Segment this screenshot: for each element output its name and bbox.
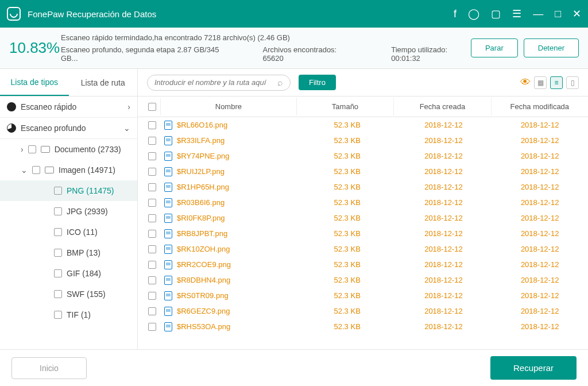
row-checkbox[interactable] (148, 276, 156, 284)
file-size: 52.3 KB (299, 167, 396, 176)
tree-tif[interactable]: TIF (1) (0, 304, 137, 325)
preview-toggle-icon[interactable]: 👁 (520, 76, 531, 88)
checkbox[interactable] (32, 166, 40, 174)
tree-documento[interactable]: › Documento (2733) (0, 139, 137, 160)
file-icon (164, 214, 172, 223)
row-checkbox[interactable] (148, 152, 156, 160)
minimize-icon[interactable]: — (533, 8, 543, 20)
table-row[interactable]: $R8DBHN4.png52.3 KB2018-12-122018-12-12 (138, 272, 588, 288)
checkbox[interactable] (54, 249, 62, 257)
table-row[interactable]: $RI0FK8P.png52.3 KB2018-12-122018-12-12 (138, 210, 588, 226)
file-modified: 2018-12-12 (492, 198, 588, 207)
file-modified: 2018-12-12 (492, 136, 588, 145)
filter-button[interactable]: Filtro (299, 75, 336, 90)
row-checkbox[interactable] (148, 137, 156, 145)
row-checkbox[interactable] (148, 323, 156, 331)
document-icon (41, 146, 50, 153)
table-row[interactable]: $RS0TR09.png52.3 KB2018-12-122018-12-12 (138, 288, 588, 303)
tree-gif[interactable]: GIF (184) (0, 263, 137, 284)
file-list[interactable]: $RL66O16.png52.3 KB2018-12-122018-12-12$… (138, 117, 588, 349)
file-size: 52.3 KB (299, 183, 396, 191)
recover-button[interactable]: Recuperar (490, 356, 577, 380)
chevron-down-icon: ⌄ (21, 165, 28, 175)
file-created: 2018-12-12 (396, 229, 492, 238)
checkbox[interactable] (54, 187, 62, 195)
checkbox[interactable] (54, 311, 62, 319)
table-row[interactable]: $RL66O16.png52.3 KB2018-12-122018-12-12 (138, 117, 588, 133)
table-row[interactable]: $R33ILFA.png52.3 KB2018-12-122018-12-12 (138, 133, 588, 148)
help-icon[interactable]: ◯ (468, 7, 479, 20)
table-row[interactable]: $R6GEZC9.png52.3 KB2018-12-122018-12-12 (138, 303, 588, 319)
tree-jpg[interactable]: JPG (2939) (0, 201, 137, 222)
file-name: $R33ILFA.png (177, 136, 225, 145)
file-icon (164, 260, 172, 269)
row-checkbox[interactable] (148, 214, 156, 222)
col-size[interactable]: Tamaño (297, 98, 394, 115)
file-modified: 2018-12-12 (492, 260, 588, 269)
file-icon (164, 167, 172, 176)
checkbox[interactable] (28, 145, 36, 153)
checkbox[interactable] (54, 228, 62, 236)
checkbox[interactable] (54, 207, 62, 215)
file-size: 52.3 KB (299, 214, 396, 222)
checkbox[interactable] (54, 269, 62, 277)
row-checkbox[interactable] (148, 261, 156, 269)
save-icon[interactable]: ▢ (491, 7, 501, 20)
tab-path[interactable]: Lista de ruta (69, 69, 138, 96)
titlebar: FonePaw Recuperación de Datos f ◯ ▢ ☰ — … (0, 0, 588, 28)
row-checkbox[interactable] (148, 307, 156, 315)
file-created: 2018-12-12 (396, 121, 492, 129)
menu-icon[interactable]: ☰ (512, 7, 521, 20)
scan-deep-status: Escaneo profundo, segunda etapa 2.87 GB/… (61, 45, 223, 63)
row-checkbox[interactable] (148, 292, 156, 300)
maximize-icon[interactable]: □ (555, 8, 561, 20)
table-row[interactable]: $RY74PNE.png52.3 KB2018-12-122018-12-12 (138, 148, 588, 164)
file-name: $RHS53OA.png (177, 322, 230, 331)
col-created[interactable]: Fecha creada (394, 98, 491, 115)
home-button[interactable]: Inicio (11, 357, 87, 379)
search-box[interactable]: ⌕ (147, 75, 291, 91)
table-row[interactable]: $R1HP65H.png52.3 KB2018-12-122018-12-12 (138, 179, 588, 195)
tree-png[interactable]: PNG (11475) (0, 180, 137, 201)
status-bar: 10.83% Escaneo rápido termindado,ha enco… (0, 28, 588, 69)
close-icon[interactable]: ✕ (572, 7, 581, 20)
search-input[interactable] (154, 78, 277, 87)
tree-quick-scan[interactable]: Escaneo rápido › (0, 96, 137, 118)
table-row[interactable]: $RHS53OA.png52.3 KB2018-12-122018-12-12 (138, 319, 588, 334)
tree-bmp[interactable]: BMP (13) (0, 242, 137, 263)
row-checkbox[interactable] (148, 230, 156, 238)
row-checkbox[interactable] (148, 183, 156, 191)
view-grid-icon[interactable]: ▦ (534, 76, 547, 89)
tree-swf[interactable]: SWF (155) (0, 284, 137, 304)
col-name[interactable]: Nombre (161, 98, 297, 115)
checkbox[interactable] (54, 290, 62, 298)
file-name: $RR2COE9.png (177, 260, 231, 269)
row-checkbox[interactable] (148, 199, 156, 207)
select-all-checkbox[interactable] (148, 103, 156, 111)
tree-imagen[interactable]: ⌄ Imagen (14971) (0, 160, 137, 180)
table-row[interactable]: $RB8JPBT.png52.3 KB2018-12-122018-12-12 (138, 226, 588, 241)
tree-ico[interactable]: ICO (11) (0, 222, 137, 242)
file-created: 2018-12-12 (396, 214, 492, 222)
table-row[interactable]: $R03B6I6.png52.3 KB2018-12-122018-12-12 (138, 195, 588, 210)
tree-deep-scan[interactable]: Escaneo profundo ⌄ (0, 118, 137, 139)
sidebar: Lista de tipos Lista de ruta Escaneo ráp… (0, 69, 138, 349)
view-detail-icon[interactable]: ▯ (566, 76, 579, 89)
col-modified[interactable]: Fecha modificada (492, 98, 588, 115)
table-row[interactable]: $RK10ZOH.png52.3 KB2018-12-122018-12-12 (138, 241, 588, 257)
app-logo-icon (7, 7, 21, 21)
row-checkbox[interactable] (148, 121, 156, 129)
file-name: $R8DBHN4.png (177, 276, 230, 284)
search-icon[interactable]: ⌕ (277, 78, 283, 88)
facebook-icon[interactable]: f (454, 8, 457, 20)
row-checkbox[interactable] (148, 245, 156, 253)
tab-types[interactable]: Lista de tipos (0, 69, 69, 96)
row-checkbox[interactable] (148, 168, 156, 176)
view-list-icon[interactable]: ≡ (550, 76, 563, 89)
stop-button[interactable]: Detener (524, 38, 579, 57)
file-size: 52.3 KB (299, 276, 396, 284)
file-name: $RB8JPBT.png (177, 229, 227, 238)
table-row[interactable]: $RUIJ2LP.png52.3 KB2018-12-122018-12-12 (138, 164, 588, 179)
pause-button[interactable]: Parar (471, 38, 518, 57)
table-row[interactable]: $RR2COE9.png52.3 KB2018-12-122018-12-12 (138, 257, 588, 272)
